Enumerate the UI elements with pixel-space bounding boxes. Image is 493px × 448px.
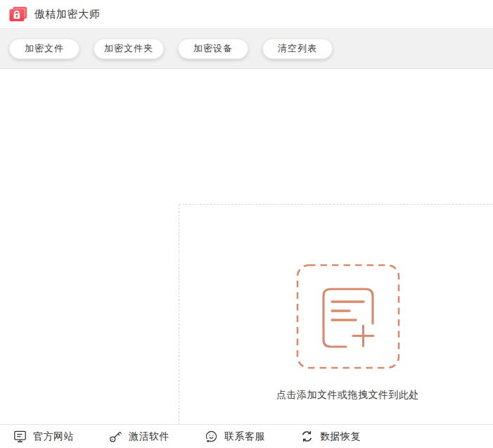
support-headset-icon [204,429,219,444]
footer-item-data-recovery[interactable]: 数据恢复 [300,429,361,444]
footer-item-activate-software[interactable]: 激活软件 [108,429,169,444]
title-bar: 傲桔加密大师 [0,0,493,29]
footer-label: 联系客服 [224,430,265,443]
monitor-icon [13,429,27,444]
footer-label: 激活软件 [129,430,169,443]
drop-hint-text: 点击添加文件或拖拽文件到此处 [276,389,419,402]
clear-list-button[interactable]: 清空列表 [262,39,333,59]
footer-bar: 官方网站 激活软件 联系客服 数据恢复 [0,424,493,448]
file-drop-zone[interactable]: 点击添加文件或拖拽文件到此处 [179,204,493,428]
footer-label: 数据恢复 [320,430,361,443]
footer-label: 官方网站 [33,430,74,443]
encrypt-folder-button[interactable]: 加密文件夹 [94,39,164,59]
footer-item-official-website[interactable]: 官方网站 [13,429,74,444]
encrypt-file-button[interactable]: 加密文件 [9,39,79,59]
app-logo-lock-folder-icon [8,6,28,23]
app-title: 傲桔加密大师 [34,8,100,21]
app-window: { "window": { "title": "傲桔加密大师" }, "tool… [0,0,493,448]
encrypt-device-button[interactable]: 加密设备 [178,39,248,59]
refresh-icon [300,429,314,444]
footer-item-contact-support[interactable]: 联系客服 [204,429,265,444]
add-file-icon [296,264,400,369]
main-content: 点击添加文件或拖拽文件到此处 [0,69,493,424]
key-icon [108,429,123,444]
toolbar: 加密文件 加密文件夹 加密设备 清空列表 [0,29,493,69]
